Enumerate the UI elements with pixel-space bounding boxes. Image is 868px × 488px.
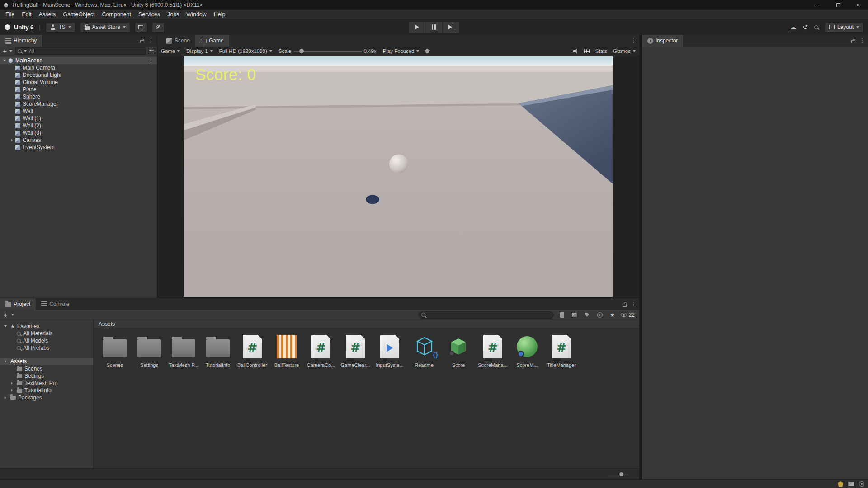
search-by-importer-button[interactable] (570, 313, 579, 317)
gizmos-dropdown[interactable]: Gizmos (613, 48, 636, 54)
maximize-button[interactable] (828, 0, 848, 10)
game-mode-dropdown[interactable]: Game (161, 48, 180, 54)
tab-project[interactable]: Project (0, 298, 36, 310)
thumbnail-zoom-slider[interactable] (608, 474, 628, 474)
stats-toggle[interactable]: Stats (595, 48, 607, 54)
asset-textmesh-p[interactable]: TextMesh P... (170, 333, 197, 368)
chevron-down-icon[interactable] (11, 314, 14, 316)
expand-caret-icon[interactable] (2, 60, 7, 61)
asset-readme[interactable]: Readme (410, 333, 438, 368)
debug-icon[interactable] (425, 49, 429, 53)
hierarchy-item-wall[interactable]: Wall (0, 108, 157, 115)
hierarchy-item-global-volume[interactable]: Global Volume (0, 79, 157, 86)
menu-jobs[interactable]: Jobs (164, 11, 183, 18)
zoom-slider-handle[interactable] (619, 472, 623, 476)
asset-store-dropdown[interactable]: Asset Store (80, 22, 130, 33)
add-gameobject-button[interactable] (3, 47, 7, 55)
hierarchy-item-canvas[interactable]: Canvas (0, 136, 157, 144)
project-search-input[interactable] (418, 311, 554, 319)
account-dropdown[interactable]: TS (46, 22, 75, 33)
console-message-icon[interactable] (848, 482, 854, 486)
asset-cameraco[interactable]: CameraCo... (307, 333, 335, 368)
panel-menu-icon[interactable] (148, 38, 154, 44)
asset-balltexture[interactable]: BallTexture (273, 333, 300, 368)
progress-icon[interactable] (859, 481, 864, 487)
sidebar-packages-root[interactable]: Packages (0, 394, 93, 401)
menu-window[interactable]: Window (183, 11, 210, 18)
sidebar-favorites[interactable]: Favorites (0, 323, 93, 330)
hierarchy-item-main-camera[interactable]: Main Camera (0, 64, 157, 71)
notification-icon[interactable] (838, 481, 843, 487)
panel-menu-icon[interactable] (631, 38, 636, 44)
cloud-icon[interactable] (790, 23, 796, 31)
chevron-down-icon[interactable] (9, 50, 12, 52)
resolution-dropdown[interactable]: Full HD (868x488) (219, 48, 272, 54)
panel-menu-icon[interactable] (859, 38, 865, 44)
hierarchy-search-input[interactable]: All (15, 47, 146, 55)
display-dropdown[interactable]: Display 1 (186, 48, 212, 54)
sidebar-folder-scenes[interactable]: Scenes (0, 365, 93, 372)
tab-hierarchy[interactable]: Hierarchy (0, 35, 42, 47)
vsync-icon[interactable] (584, 49, 590, 53)
save-search-button[interactable] (608, 312, 617, 318)
sidebar-folder-textmesh-pro[interactable]: TextMesh Pro (0, 380, 93, 387)
menu-assets[interactable]: Assets (35, 11, 60, 18)
asset-gameclear[interactable]: GameClear... (342, 333, 369, 368)
menu-component[interactable]: Component (98, 11, 135, 18)
game-render[interactable]: Score: 0 (184, 56, 613, 297)
asset-scoremana[interactable]: ScoreMana... (479, 333, 506, 368)
lock-icon[interactable] (140, 40, 144, 43)
hierarchy-item-directional-light[interactable]: Directional Light (0, 71, 157, 79)
tools-button[interactable] (152, 22, 165, 33)
version-control-button[interactable] (135, 22, 147, 33)
hierarchy-item-eventsystem[interactable]: EventSystem (0, 144, 157, 151)
menu-help[interactable]: Help (210, 11, 229, 18)
hidden-items-indicator[interactable]: 22 (621, 312, 635, 318)
close-button[interactable]: × (848, 0, 868, 10)
scene-options-icon[interactable] (148, 57, 154, 64)
hierarchy-item-mainscene[interactable]: MainScene (0, 57, 157, 64)
lock-icon[interactable] (851, 40, 855, 43)
hierarchy-item-sphere[interactable]: Sphere (0, 93, 157, 100)
scale-slider[interactable] (294, 51, 362, 52)
hierarchy-item-wall-2[interactable]: Wall (2) (0, 122, 157, 129)
sidebar-folder-tutorialinfo[interactable]: TutorialInfo (0, 387, 93, 394)
add-asset-button[interactable] (4, 311, 8, 319)
mute-audio-icon[interactable] (573, 49, 578, 54)
info-button[interactable] (595, 312, 604, 318)
asset-score[interactable]: Score (445, 333, 472, 368)
tab-game[interactable]: Game (195, 35, 229, 47)
play-button[interactable] (408, 21, 425, 33)
sidebar-assets-root[interactable]: Assets (0, 358, 93, 365)
tab-inspector[interactable]: Inspector (642, 35, 683, 47)
search-by-type-button[interactable] (557, 312, 566, 318)
hierarchy-item-scoremanager[interactable]: ScoreManager (0, 100, 157, 108)
menu-file[interactable]: File (2, 11, 18, 18)
asset-settings[interactable]: Settings (136, 333, 163, 368)
asset-ballcontroller[interactable]: BallController (239, 333, 266, 368)
lock-icon[interactable] (623, 304, 627, 307)
asset-scorem[interactable]: ScoreM... (514, 333, 541, 368)
history-icon[interactable] (802, 23, 808, 31)
sidebar-all-materials[interactable]: All Materials (0, 330, 93, 337)
search-options-icon[interactable] (149, 49, 154, 53)
menu-edit[interactable]: Edit (18, 11, 35, 18)
asset-tutorialinfo[interactable]: TutorialInfo (204, 333, 231, 368)
hierarchy-item-wall-1[interactable]: Wall (1) (0, 115, 157, 122)
panel-menu-icon[interactable] (631, 301, 636, 307)
menu-gameobject[interactable]: GameObject (59, 11, 98, 18)
menu-services[interactable]: Services (135, 11, 164, 18)
scale-slider-handle[interactable] (299, 49, 304, 53)
asset-inputsyste[interactable]: InputSyste... (376, 333, 403, 368)
hierarchy-item-plane[interactable]: Plane (0, 86, 157, 93)
layout-dropdown[interactable]: Layout (825, 22, 863, 33)
search-icon[interactable] (814, 25, 818, 29)
sidebar-all-models[interactable]: All Models (0, 337, 93, 344)
minimize-button[interactable] (808, 0, 828, 10)
asset-titlemanager[interactable]: TitleManager (548, 333, 575, 368)
tab-console[interactable]: Console (36, 298, 75, 310)
play-focused-dropdown[interactable]: Play Focused (383, 48, 420, 54)
sidebar-all-prefabs[interactable]: All Prefabs (0, 344, 93, 352)
tab-scene[interactable]: Scene (161, 35, 195, 47)
sidebar-folder-settings[interactable]: Settings (0, 372, 93, 380)
